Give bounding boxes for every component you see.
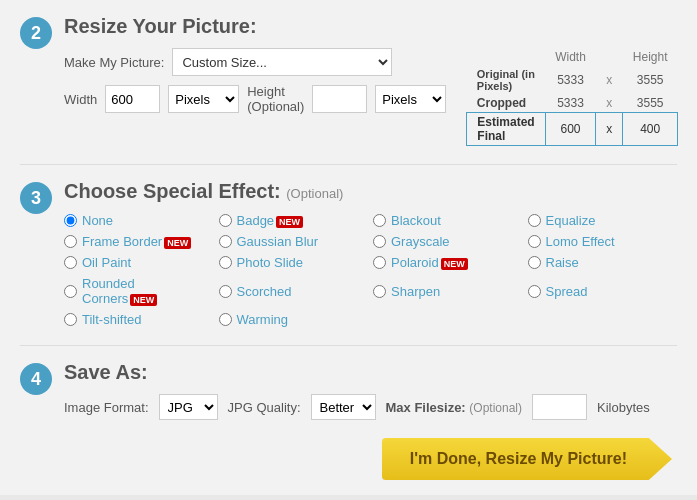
cropped-label: Cropped	[467, 94, 545, 113]
effect-none-label: None	[82, 213, 113, 228]
step4-title: Save As:	[64, 361, 677, 384]
effect-raise-radio[interactable]	[528, 256, 541, 269]
effect-spread-label: Spread	[546, 284, 588, 299]
original-height: 3555	[623, 66, 678, 94]
image-info-table: Width Height Original (inPixels) 5333 x …	[466, 48, 678, 146]
effect-grayscale-radio[interactable]	[373, 235, 386, 248]
effect-sharpen[interactable]: Sharpen	[373, 276, 523, 306]
effect-tilt-shifted-label: Tilt-shifted	[82, 312, 141, 327]
step2-body: Make My Picture: Custom Size... Facebook…	[64, 48, 678, 146]
effect-badge-radio[interactable]	[219, 214, 232, 227]
table-row-cropped: Cropped 5333 x 3555	[467, 94, 678, 113]
effect-spread-radio[interactable]	[528, 285, 541, 298]
width-input[interactable]	[105, 85, 160, 113]
estimated-label: Estimated Final	[467, 113, 545, 146]
effect-photo-slide-label: Photo Slide	[237, 255, 304, 270]
effect-polaroid[interactable]: PolaroidNEW	[373, 255, 523, 270]
kilobytes-label: Kilobytes	[597, 400, 650, 415]
frame-border-new-badge: NEW	[164, 237, 191, 249]
effect-oil-paint-radio[interactable]	[64, 256, 77, 269]
effect-blackout[interactable]: Blackout	[373, 213, 523, 228]
dimensions-row: Width Pixels Percent Height (Optional) P…	[64, 84, 446, 114]
effect-warming[interactable]: Warming	[219, 312, 369, 327]
step4-content: Save As: Image Format: JPG PNG GIF BMP T…	[64, 361, 677, 420]
cropped-x: x	[596, 94, 623, 113]
effect-lomo-effect-label: Lomo Effect	[546, 234, 615, 249]
max-filesize-optional: (Optional)	[469, 401, 522, 415]
save-row: Image Format: JPG PNG GIF BMP TIFF JPG Q…	[64, 394, 677, 420]
effect-rounded-corners[interactable]: Rounded CornersNEW	[64, 276, 214, 306]
step2-left: Make My Picture: Custom Size... Facebook…	[64, 48, 446, 122]
effect-sharpen-label: Sharpen	[391, 284, 440, 299]
step3-content: Choose Special Effect: (Optional) None B…	[64, 180, 677, 327]
step2-section: 2 Resize Your Picture: Make My Picture: …	[20, 15, 677, 146]
cropped-height: 3555	[623, 94, 678, 113]
original-x: x	[596, 66, 623, 94]
step3-section: 3 Choose Special Effect: (Optional) None…	[20, 180, 677, 327]
size-select[interactable]: Custom Size... Facebook Cover Twitter He…	[172, 48, 392, 76]
effect-polaroid-label: PolaroidNEW	[391, 255, 468, 270]
col-header-blank	[467, 48, 545, 66]
effect-raise-label: Raise	[546, 255, 579, 270]
step4-number: 4	[20, 363, 52, 395]
step2-content: Resize Your Picture: Make My Picture: Cu…	[64, 15, 678, 146]
effect-badge-label: BadgeNEW	[237, 213, 304, 228]
done-button[interactable]: I'm Done, Resize My Picture!	[382, 438, 672, 480]
effect-tilt-shifted[interactable]: Tilt-shifted	[64, 312, 214, 327]
effect-gaussian-blur-radio[interactable]	[219, 235, 232, 248]
polaroid-new-badge: NEW	[441, 258, 468, 270]
quality-label: JPG Quality:	[228, 400, 301, 415]
effect-scorched[interactable]: Scorched	[219, 276, 369, 306]
effect-sharpen-radio[interactable]	[373, 285, 386, 298]
effect-scorched-radio[interactable]	[219, 285, 232, 298]
max-filesize-input[interactable]	[532, 394, 587, 420]
width-label: Width	[64, 92, 97, 107]
effect-oil-paint[interactable]: Oil Paint	[64, 255, 214, 270]
step2-title: Resize Your Picture:	[64, 15, 678, 38]
effect-tilt-shifted-radio[interactable]	[64, 313, 77, 326]
effect-grayscale[interactable]: Grayscale	[373, 234, 523, 249]
step2-number: 2	[20, 17, 52, 49]
effect-lomo-effect[interactable]: Lomo Effect	[528, 234, 678, 249]
effect-lomo-effect-radio[interactable]	[528, 235, 541, 248]
effect-rounded-corners-radio[interactable]	[64, 285, 77, 298]
step3-number: 3	[20, 182, 52, 214]
effect-none-radio[interactable]	[64, 214, 77, 227]
effect-blackout-radio[interactable]	[373, 214, 386, 227]
height-label: Height (Optional)	[247, 84, 304, 114]
rounded-corners-new-badge: NEW	[130, 294, 157, 306]
format-select[interactable]: JPG PNG GIF BMP TIFF	[159, 394, 218, 420]
effect-warming-radio[interactable]	[219, 313, 232, 326]
height-unit-select[interactable]: Pixels Percent	[375, 85, 446, 113]
effect-equalize-radio[interactable]	[528, 214, 541, 227]
effect-warming-label: Warming	[237, 312, 289, 327]
effect-equalize[interactable]: Equalize	[528, 213, 678, 228]
original-width: 5333	[545, 66, 596, 94]
estimated-width: 600	[545, 113, 596, 146]
effect-gaussian-blur-label: Gaussian Blur	[237, 234, 319, 249]
effect-gaussian-blur[interactable]: Gaussian Blur	[219, 234, 369, 249]
step3-optional: (Optional)	[286, 186, 343, 201]
effect-frame-border[interactable]: Frame BorderNEW	[64, 234, 214, 249]
effect-blackout-label: Blackout	[391, 213, 441, 228]
effect-frame-border-radio[interactable]	[64, 235, 77, 248]
effect-badge[interactable]: BadgeNEW	[219, 213, 369, 228]
quality-select[interactable]: Good Better Best	[311, 394, 376, 420]
effect-raise[interactable]: Raise	[528, 255, 678, 270]
col-header-height: Height	[623, 48, 678, 66]
effect-polaroid-radio[interactable]	[373, 256, 386, 269]
effect-none[interactable]: None	[64, 213, 214, 228]
estimated-height: 400	[623, 113, 678, 146]
effect-grayscale-label: Grayscale	[391, 234, 450, 249]
width-unit-select[interactable]: Pixels Percent	[168, 85, 239, 113]
effect-photo-slide-radio[interactable]	[219, 256, 232, 269]
effect-spread[interactable]: Spread	[528, 276, 678, 306]
table-row-original: Original (inPixels) 5333 x 3555	[467, 66, 678, 94]
effect-photo-slide[interactable]: Photo Slide	[219, 255, 369, 270]
max-filesize-label: Max Filesize: (Optional)	[386, 400, 523, 415]
make-picture-row: Make My Picture: Custom Size... Facebook…	[64, 48, 446, 76]
done-row: I'm Done, Resize My Picture!	[20, 438, 677, 480]
height-input[interactable]	[312, 85, 367, 113]
original-label: Original (inPixels)	[467, 66, 545, 94]
col-header-blank2	[596, 48, 623, 66]
